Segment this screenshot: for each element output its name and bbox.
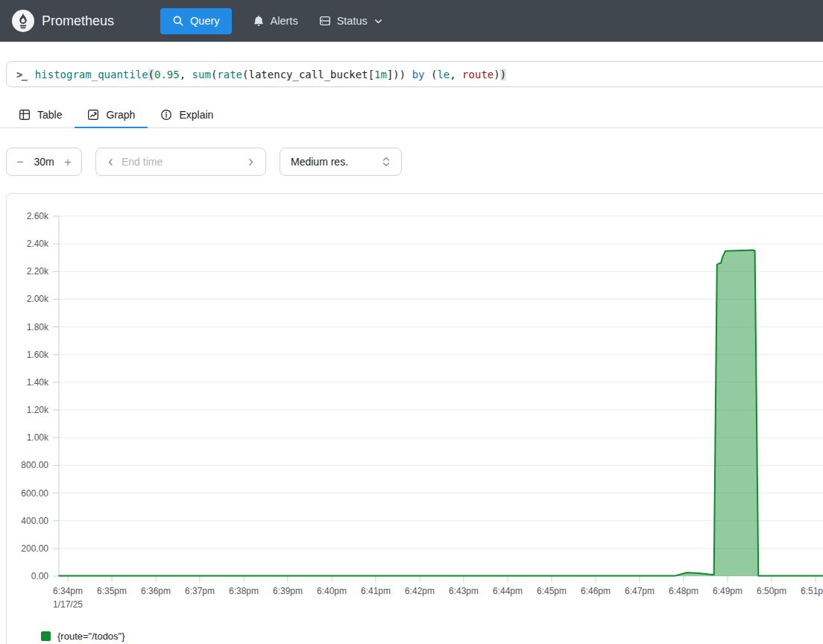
console-prompt-icon: >_	[16, 69, 26, 80]
end-time-forward-button[interactable]	[246, 157, 256, 167]
end-time-control	[95, 148, 266, 176]
duration-value[interactable]: 30m	[34, 156, 54, 168]
chart-legend[interactable]: {route="/todos"}	[41, 631, 823, 642]
svg-text:0.00: 0.00	[31, 571, 49, 581]
nav-query-label: Query	[190, 15, 220, 27]
svg-text:6:50pm: 6:50pm	[757, 586, 786, 596]
duration-control: − 30m +	[6, 148, 82, 176]
duration-decrease-button[interactable]: −	[16, 156, 24, 168]
query-row: >_ histogram_quantile(0.95, sum(rate(lat…	[6, 61, 823, 87]
brand-name: Prometheus	[42, 13, 114, 29]
svg-text:200.00: 200.00	[21, 543, 48, 554]
legend-label[interactable]: {route="/todos"}	[57, 631, 125, 642]
svg-text:6:37pm: 6:37pm	[185, 586, 215, 596]
svg-text:6:48pm: 6:48pm	[669, 586, 699, 596]
svg-text:6:36pm: 6:36pm	[141, 586, 171, 596]
nav-status-dropdown[interactable]: Status	[319, 15, 383, 27]
svg-text:600.00: 600.00	[21, 488, 48, 499]
svg-text:6:35pm: 6:35pm	[97, 586, 127, 596]
duration-increase-button[interactable]: +	[64, 156, 72, 168]
graph-panel: 0.00200.00400.00600.00800.001.00k1.20k1.…	[6, 193, 823, 644]
table-icon	[19, 109, 31, 121]
svg-text:800.00: 800.00	[21, 460, 48, 470]
svg-text:1.80k: 1.80k	[27, 322, 49, 332]
svg-text:6:42pm: 6:42pm	[405, 586, 435, 596]
search-icon	[172, 15, 184, 27]
panel-tabs: Table Graph Explain	[0, 104, 823, 128]
svg-text:6:46pm: 6:46pm	[581, 586, 611, 596]
svg-text:6:43pm: 6:43pm	[449, 586, 479, 596]
tab-table-label: Table	[37, 109, 62, 121]
nav-items: Query Alerts Status	[160, 8, 383, 34]
tab-explain-label: Explain	[179, 109, 213, 121]
svg-text:6:47pm: 6:47pm	[625, 586, 655, 596]
svg-text:2.60k: 2.60k	[27, 211, 49, 221]
svg-text:6:34pm: 6:34pm	[53, 586, 83, 596]
svg-text:1.40k: 1.40k	[27, 377, 49, 388]
svg-text:6:38pm: 6:38pm	[229, 586, 259, 596]
svg-text:6:45pm: 6:45pm	[537, 586, 567, 596]
prometheus-logo-icon	[12, 10, 34, 32]
nav-alerts-label: Alerts	[271, 15, 298, 27]
chevron-updown-icon	[382, 157, 391, 167]
end-time-back-button[interactable]	[106, 157, 116, 167]
prometheus-brand[interactable]: Prometheus	[12, 10, 114, 32]
end-time-input[interactable]	[122, 156, 240, 168]
svg-text:6:49pm: 6:49pm	[713, 586, 742, 596]
svg-text:1.20k: 1.20k	[27, 405, 49, 415]
chevron-down-icon	[373, 16, 383, 26]
navbar: Prometheus Query Alerts	[0, 0, 823, 42]
nav-query-button[interactable]: Query	[160, 8, 232, 34]
svg-text:1/17/25: 1/17/25	[53, 599, 83, 610]
promql-expression[interactable]: histogram_quantile(0.95, sum(rate(latenc…	[35, 69, 506, 80]
svg-text:6:44pm: 6:44pm	[493, 586, 523, 596]
legend-swatch[interactable]	[41, 631, 51, 641]
tab-graph-label: Graph	[106, 109, 135, 121]
svg-text:6:41pm: 6:41pm	[361, 586, 391, 596]
graph-icon	[87, 109, 99, 121]
svg-text:6:39pm: 6:39pm	[273, 586, 303, 596]
graph-controls: − 30m + Medium res.	[6, 148, 823, 176]
bell-icon	[253, 15, 265, 27]
svg-text:1.60k: 1.60k	[27, 350, 49, 360]
svg-text:6:40pm: 6:40pm	[317, 586, 347, 596]
time-series-chart[interactable]: 0.00200.00400.00600.00800.001.00k1.20k1.…	[7, 194, 823, 613]
tab-table[interactable]: Table	[6, 104, 75, 128]
svg-text:400.00: 400.00	[21, 516, 48, 526]
resolution-select[interactable]: Medium res.	[280, 148, 402, 176]
svg-text:6:51pm: 6:51pm	[801, 586, 823, 596]
svg-text:2.40k: 2.40k	[27, 239, 49, 249]
expression-input[interactable]: >_ histogram_quantile(0.95, sum(rate(lat…	[6, 61, 823, 87]
nav-status-label: Status	[337, 15, 368, 27]
nav-alerts-link[interactable]: Alerts	[253, 15, 298, 27]
tab-graph[interactable]: Graph	[75, 104, 148, 128]
server-icon	[319, 15, 331, 27]
svg-text:2.20k: 2.20k	[27, 266, 49, 277]
svg-text:1.00k: 1.00k	[27, 432, 49, 443]
info-icon	[160, 109, 172, 121]
resolution-value: Medium res.	[291, 156, 348, 168]
svg-text:2.00k: 2.00k	[27, 294, 49, 304]
tab-explain[interactable]: Explain	[148, 104, 226, 128]
